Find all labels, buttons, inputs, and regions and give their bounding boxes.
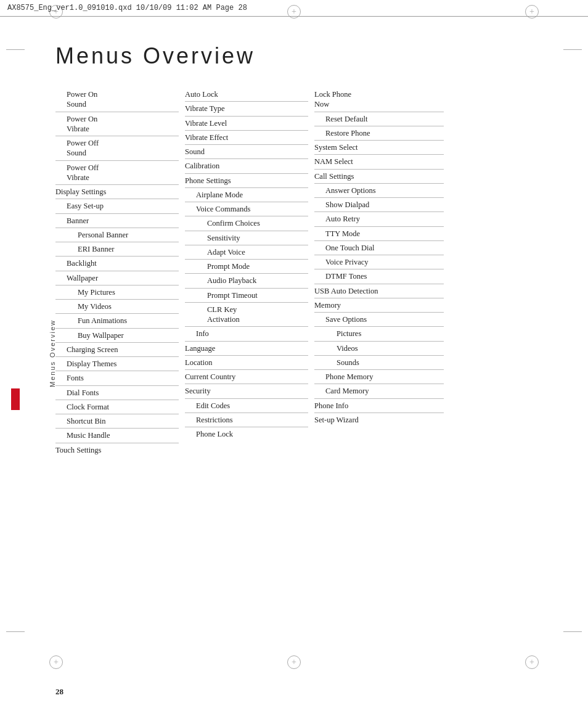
list-item: Set-up Wizard [314, 413, 444, 427]
list-item: Sensitivity [185, 231, 308, 245]
list-item: NAM Select [314, 155, 444, 169]
list-item: Security [185, 384, 308, 398]
column-3: Lock PhoneNowReset DefaultRestore PhoneS… [314, 88, 444, 427]
list-item: USB Auto Detection [314, 284, 444, 298]
list-item: Confirm Choices [185, 216, 308, 231]
reg-mark-bottom-center [287, 655, 301, 669]
list-item: Power OffSound [55, 136, 179, 161]
list-item: Clock Format [55, 400, 179, 414]
list-item: Vibrate Type [185, 102, 308, 116]
list-item: Sound [185, 145, 308, 159]
reg-mark-bottom-right [525, 655, 539, 669]
list-item: Voice Commands [185, 202, 308, 216]
list-item: Power OnVibrate [55, 112, 179, 137]
list-item: Wallpaper [55, 271, 179, 285]
list-item: Display Settings [55, 185, 179, 199]
list-item: Phone Settings [185, 174, 308, 188]
page-number: 28 [55, 687, 63, 697]
list-item: Lock PhoneNow [314, 88, 444, 112]
list-item: Audio Playback [185, 274, 308, 288]
list-item: Buy Wallpaper [55, 329, 179, 343]
list-item: Current Country [185, 370, 308, 384]
list-item: Restrictions [185, 413, 308, 427]
list-item: Save Options [314, 313, 444, 327]
list-item: Reset Default [314, 112, 444, 126]
header-text: AX8575_Eng_ver1.0_091010.qxd 10/10/09 11… [7, 4, 581, 12]
list-item: Banner [55, 214, 179, 228]
list-item: My Videos [55, 300, 179, 314]
list-item: Phone Lock [185, 427, 308, 441]
list-item: Location [185, 356, 308, 370]
list-item: Display Themes [55, 357, 179, 371]
list-item: Airplane Mode [185, 188, 308, 202]
crop-mark-right-top [563, 49, 582, 50]
list-item: Edit Codes [185, 399, 308, 413]
list-item: My Pictures [55, 285, 179, 300]
crop-mark-right-bottom [563, 631, 582, 632]
columns-wrapper: Power OnSoundPower OnVibratePower OffSou… [55, 88, 557, 457]
main-content: Menus Overview Power OnSoundPower OnVibr… [55, 31, 557, 657]
list-item: Card Memory [314, 384, 444, 398]
reg-mark-bottom-left [49, 655, 63, 669]
crop-mark-left-bottom [6, 631, 25, 632]
list-item: Restore Phone [314, 126, 444, 141]
list-item: Show Dialpad [314, 198, 444, 212]
list-item: Prompt Timeout [185, 289, 308, 303]
list-item: Power OffVibrate [55, 161, 179, 186]
list-item: Memory [314, 298, 444, 313]
list-item: Fonts [55, 371, 179, 385]
list-item: Language [185, 342, 308, 356]
list-item: ERI Banner [55, 242, 179, 257]
crop-mark-left-top [6, 49, 25, 50]
list-item: Phone Info [314, 399, 444, 413]
list-item: Pictures [314, 327, 444, 341]
list-item: CLR KeyActivation [185, 303, 308, 327]
list-item: Power OnSound [55, 88, 179, 112]
list-item: Personal Banner [55, 228, 179, 242]
list-item: One Touch Dial [314, 241, 444, 255]
list-item: Easy Set-up [55, 199, 179, 213]
list-item: Voice Privacy [314, 255, 444, 269]
page-title: Menus Overview [55, 43, 557, 69]
list-item: Fun Animations [55, 314, 179, 328]
list-item: Backlight [55, 257, 179, 271]
list-item: Music Handle [55, 429, 179, 443]
list-item: Calibration [185, 159, 308, 173]
list-item: Info [185, 327, 308, 341]
list-item: Answer Options [314, 184, 444, 198]
list-item: Shortcut Bin [55, 414, 179, 429]
list-item: Touch Settings [55, 443, 179, 457]
list-item: TTY Mode [314, 227, 444, 241]
list-item: Call Settings [314, 170, 444, 184]
list-item: Phone Memory [314, 370, 444, 384]
list-item: System Select [314, 141, 444, 155]
list-item: Auto Retry [314, 212, 444, 226]
list-item: Vibrate Effect [185, 131, 308, 145]
list-item: Prompt Mode [185, 260, 308, 274]
sidebar-red-bar [11, 388, 20, 410]
list-item: Charging Screen [55, 343, 179, 357]
list-item: Auto Lock [185, 88, 308, 102]
column-2: Auto LockVibrate TypeVibrate LevelVibrat… [185, 88, 314, 441]
list-item: Videos [314, 342, 444, 356]
list-item: DTMF Tones [314, 269, 444, 284]
list-item: Sounds [314, 356, 444, 370]
column-1: Power OnSoundPower OnVibratePower OffSou… [55, 88, 185, 457]
list-item: Adapt Voice [185, 245, 308, 260]
header-bar: AX8575_Eng_ver1.0_091010.qxd 10/10/09 11… [0, 0, 588, 17]
list-item: Dial Fonts [55, 386, 179, 400]
list-item: Vibrate Level [185, 117, 308, 131]
